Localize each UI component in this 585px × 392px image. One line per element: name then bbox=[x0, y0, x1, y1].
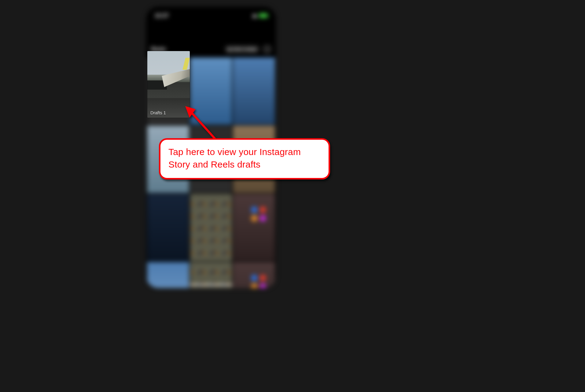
grid-tile[interactable] bbox=[233, 57, 275, 125]
select-multiple-button[interactable]: ▥ Select multiple bbox=[225, 46, 259, 53]
status-right bbox=[252, 13, 267, 18]
thumb-wing bbox=[162, 68, 190, 87]
wifi-icon bbox=[252, 14, 257, 17]
gear-icon[interactable]: ⚙ bbox=[263, 45, 271, 53]
callout-bubble: Tap here to view your Instagram Story an… bbox=[159, 138, 330, 179]
grid-tile[interactable] bbox=[147, 194, 189, 261]
grid-tile[interactable] bbox=[190, 194, 232, 261]
grid-tile[interactable] bbox=[233, 194, 275, 261]
grid-tile[interactable] bbox=[233, 262, 275, 288]
drafts-label: Drafts 1 bbox=[150, 110, 166, 115]
thumb-tail bbox=[182, 58, 190, 70]
grid-tile[interactable] bbox=[147, 262, 189, 288]
svg-line-0 bbox=[190, 111, 217, 141]
status-bar: 12:27 bbox=[146, 9, 276, 23]
stack-icon: ▥ bbox=[228, 47, 231, 51]
annotation-layer: Drafts 1 Tap here to view your Instagram… bbox=[0, 0, 585, 392]
callout-text: Tap here to view your Instagram Story an… bbox=[168, 147, 301, 169]
status-time: 12:27 bbox=[155, 13, 169, 19]
battery-icon bbox=[259, 13, 267, 18]
home-indicator bbox=[190, 284, 233, 286]
stage: 12:27 Reels ▥ Select multiple ⚙ bbox=[0, 0, 585, 392]
